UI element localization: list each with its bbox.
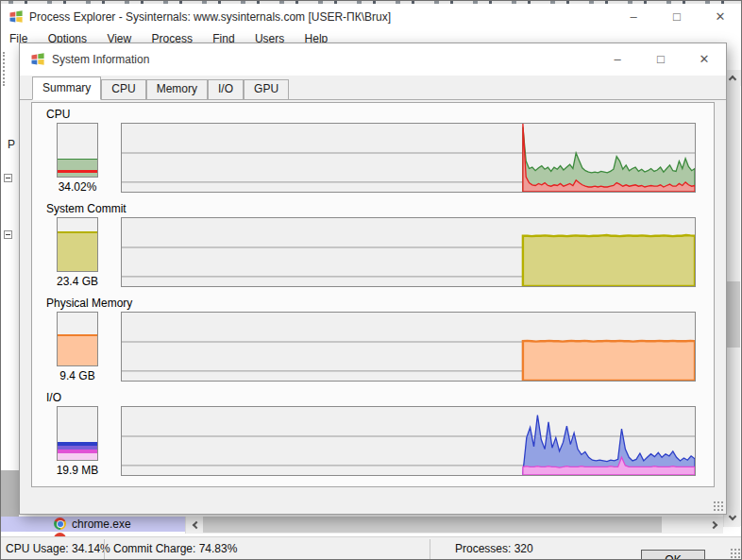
physical-memory-value: 9.4 GB	[45, 369, 110, 382]
vertical-scrollbar-thumb[interactable]	[725, 281, 740, 348]
tree-collapse-icon[interactable]	[4, 230, 12, 239]
chrome-icon	[54, 518, 66, 530]
system-commit-gauge	[57, 217, 98, 272]
tab-strip: Summary CPU Memory I/O GPU	[20, 76, 726, 99]
dialog-minimize-icon[interactable]: –	[596, 43, 639, 76]
cpu-value: 34.02%	[45, 180, 110, 194]
tab-io[interactable]: I/O	[208, 79, 244, 99]
ok-button[interactable]: OK	[641, 550, 705, 560]
system-information-dialog: System Information – □ ✕ Summary CPU Mem…	[19, 42, 727, 515]
io-label: I/O	[46, 391, 714, 404]
dialog-maximize-icon[interactable]: □	[639, 43, 683, 76]
cpu-history-graph	[121, 123, 696, 193]
status-processes: Processes: 320	[455, 542, 533, 555]
cpu-gauge	[57, 123, 98, 178]
tab-memory[interactable]: Memory	[146, 79, 208, 99]
summary-tab-page: CPU 34.02% System Commit 23.	[20, 99, 726, 514]
resize-grip[interactable]	[730, 548, 740, 558]
process-name: chrome.exe	[72, 518, 131, 531]
system-commit-section: System Commit 23.4 GB	[45, 202, 714, 287]
tab-cpu[interactable]: CPU	[101, 79, 145, 99]
background-window-sliver	[0, 0, 742, 4]
horizontal-scrollbar[interactable]	[185, 517, 723, 534]
io-section: I/O 19.9 MB	[45, 391, 714, 476]
horizontal-scrollbar-thumb[interactable]	[203, 517, 662, 533]
system-commit-label: System Commit	[46, 202, 714, 215]
dialog-title: System Information	[52, 43, 149, 76]
cpu-label: CPU	[46, 108, 714, 121]
scrolled-content-fragment	[0, 470, 19, 517]
physical-memory-history-graph	[121, 312, 696, 382]
tree-collapse-icon[interactable]	[4, 174, 12, 182]
io-gauge	[57, 406, 98, 461]
system-commit-history-graph	[121, 217, 696, 287]
status-commit-charge: Commit Charge: 74.83%	[113, 542, 237, 555]
tab-gpu[interactable]: GPU	[244, 79, 289, 99]
physical-memory-section: Physical Memory 9.4 GB	[45, 297, 714, 382]
toolbar-grip[interactable]	[3, 52, 7, 86]
close-icon[interactable]: ✕	[699, 4, 742, 30]
cpu-section: CPU 34.02%	[45, 108, 714, 193]
dialog-titlebar[interactable]: System Information – □ ✕	[20, 43, 726, 76]
statusbar-separator	[104, 539, 105, 559]
physical-memory-label: Physical Memory	[46, 297, 714, 310]
main-titlebar[interactable]: Process Explorer - Sysinternals: www.sys…	[0, 4, 742, 30]
dialog-close-icon[interactable]: ✕	[683, 43, 726, 76]
minimize-icon[interactable]: –	[612, 4, 655, 30]
system-commit-value: 23.4 GB	[45, 275, 110, 288]
scroll-right-icon[interactable]	[706, 517, 723, 533]
io-history-graph	[121, 406, 696, 476]
dialog-resize-grip[interactable]	[713, 501, 723, 511]
system-information-icon	[30, 52, 45, 67]
io-value: 19.9 MB	[45, 464, 110, 477]
main-window-title: Process Explorer - Sysinternals: www.sys…	[29, 4, 391, 30]
scroll-left-icon[interactable]	[186, 517, 203, 533]
maximize-icon[interactable]: □	[655, 4, 699, 30]
process-row-selected[interactable]: chrome.exe	[0, 517, 185, 532]
status-bar: CPU Usage: 34.14% Commit Charge: 74.83% …	[0, 536, 742, 560]
process-column-header-partial[interactable]: P	[8, 138, 19, 151]
process-explorer-window: Process Explorer - Sysinternals: www.sys…	[0, 0, 742, 560]
tab-summary[interactable]: Summary	[32, 76, 101, 100]
status-cpu-usage: CPU Usage: 34.14%	[6, 542, 110, 555]
physical-memory-gauge	[57, 312, 98, 366]
statusbar-separator	[430, 539, 430, 559]
graphs-panel: CPU 34.02% System Commit 23.	[31, 102, 715, 487]
process-explorer-icon	[8, 9, 24, 25]
